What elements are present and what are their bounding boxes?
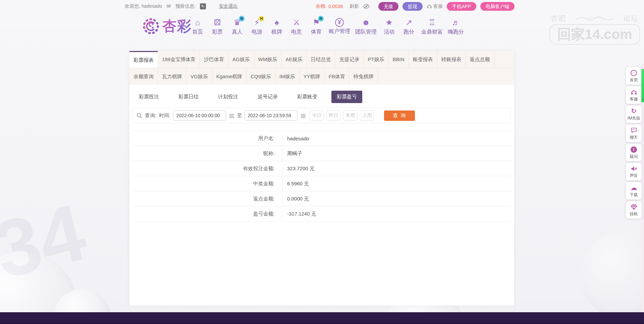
withdraw-button[interactable]: 提现 — [402, 2, 423, 11]
customer-service-icon — [631, 89, 637, 95]
esports-icon: ⚔ — [293, 17, 300, 28]
valid-bet-amount-value: 323.7200 元 — [282, 161, 511, 176]
sidebar-item-label: 疑问 — [630, 154, 638, 159]
sidebar-item-home[interactable]: ↑ 首页 — [626, 67, 642, 85]
quick-this-week-button[interactable]: 本周 — [343, 110, 357, 121]
tab-vg[interactable]: VG娱乐 — [186, 68, 212, 85]
tab-account-change-report[interactable]: 账变报表 — [409, 51, 437, 68]
sidebar-item-sound[interactable]: 声音 — [626, 163, 642, 180]
sidebar-item-label: 首页 — [630, 77, 638, 83]
valid-bet-amount-label: 有效投注金额: — [133, 161, 282, 176]
tab-deposit-withdraw-records[interactable]: 充提记录 — [335, 51, 364, 68]
logout-link[interactable]: 安全退出 — [219, 3, 238, 9]
nav-item-account[interactable]: ¥ 账户管理 — [329, 17, 350, 36]
brand-logo-text: 杏彩 — [162, 17, 192, 36]
tab-daily-overview[interactable]: 日结总览 — [307, 51, 335, 68]
nav-item-hi-paofen[interactable]: ♬ 嗨跑分 — [448, 17, 464, 36]
download-icon: ☁ — [631, 184, 637, 191]
username-value: hadesado — [282, 131, 511, 146]
calendar-icon[interactable]: ▦ — [300, 112, 306, 119]
welcome-text: 欢迎您, hadesado — [125, 3, 162, 9]
table-row: 用户名: hadesado — [133, 131, 511, 146]
hide-balance-eye-icon[interactable] — [363, 4, 370, 9]
nav-item-team[interactable]: ☻ 团队管理 — [355, 17, 377, 36]
tab-balance-query[interactable]: 余额查询 — [129, 68, 158, 85]
tab-tetu-cards[interactable]: 特兔棋牌 — [350, 68, 378, 85]
subtab-chase-records[interactable]: 追号记录 — [252, 91, 283, 103]
quick-yesterday-button[interactable]: 昨日 — [326, 110, 340, 121]
query-submit-button[interactable]: 查 询 — [384, 110, 415, 121]
nickname-value: 黑蝎子 — [282, 146, 511, 161]
decor-ball — [580, 232, 644, 319]
tab-ag[interactable]: AG娱乐 — [228, 51, 254, 68]
tab-yy-cards[interactable]: YY棋牌 — [300, 68, 325, 85]
quick-today-button[interactable]: 今日 — [310, 110, 324, 121]
scrollbar-thumb[interactable] — [641, 69, 644, 102]
sound-muted-icon — [631, 165, 637, 172]
nav-label: 首页 — [192, 29, 203, 36]
brand[interactable]: 杏彩 — [142, 17, 192, 36]
nav-item-esports[interactable]: ⚔ 电竞 — [289, 17, 304, 36]
sidebar-item-question[interactable]: ! 疑问 — [626, 144, 642, 161]
nav-item-lottery[interactable]: ⚄ 彩票 — [210, 17, 225, 36]
subtab-lottery-profit-loss[interactable]: 彩票盈亏 — [331, 91, 362, 103]
sidebar-item-im-recharge[interactable]: ↻ IM充值 — [626, 105, 642, 123]
tab-transfer-report[interactable]: 转账报表 — [437, 51, 466, 68]
nav-item-sports[interactable]: N ⚑ 体育 — [309, 17, 324, 36]
subtab-plan-bets[interactable]: 计划投注 — [213, 91, 244, 103]
tab-kgame[interactable]: Kgame棋牌 — [212, 68, 247, 85]
tab-188-sports[interactable]: 188金宝博体育 — [158, 51, 200, 68]
subtab-lottery-account-change[interactable]: 彩票账变 — [292, 91, 323, 103]
watermark-left-text: 杏吧 — [551, 14, 566, 23]
watermark-right-text: 论坛 — [623, 14, 639, 23]
mobile-app-button[interactable]: 手机APP — [447, 2, 476, 11]
tab-pt[interactable]: PT娱乐 — [364, 51, 388, 68]
pc-client-button[interactable]: 电脑客户端 — [480, 2, 515, 11]
floating-sidebar: ↑ 首页 客服 ↻ IM充值 聊天 ! 疑问 声音 ☁ 下载 挂机 — [626, 67, 642, 219]
nav-item-paofen[interactable]: ↗ 跑分 — [401, 17, 416, 36]
tab-wali-cards[interactable]: 瓦力棋牌 — [158, 68, 186, 85]
customer-service-link[interactable]: 客服 — [427, 3, 443, 9]
edit-reserved-info-icon[interactable]: ✎ — [200, 3, 206, 9]
sidebar-item-download[interactable]: ☁ 下载 — [626, 182, 642, 199]
date-from-input[interactable] — [173, 110, 226, 121]
tab-cq9[interactable]: CQ9娱乐 — [247, 68, 275, 85]
tab-fb-sports[interactable]: FB体育 — [325, 68, 350, 85]
sidebar-item-service[interactable]: 客服 — [626, 86, 642, 104]
table-row: 昵称: 黑蝎子 — [133, 146, 511, 161]
cards-icon: ♠ — [275, 17, 279, 28]
sidebar-item-idle[interactable]: 挂机 — [626, 201, 642, 219]
table-row: 返点金额: 0.0000 元 — [133, 191, 511, 206]
message-envelope-icon[interactable]: ✉ — [166, 3, 171, 9]
nav-item-egames[interactable]: H ⚡ 电游 — [250, 17, 264, 36]
nav-item-cards[interactable]: ♠ 棋牌 — [269, 17, 284, 36]
subtab-lottery-bets[interactable]: 彩票投注 — [133, 91, 164, 103]
calendar-icon[interactable]: ▦ — [229, 112, 234, 119]
tab-lottery-report[interactable]: 彩票报表 — [129, 51, 158, 68]
new-badge: N — [318, 16, 324, 21]
recharge-button[interactable]: 充值 — [378, 2, 398, 11]
tab-wm[interactable]: WM娱乐 — [254, 51, 282, 68]
customer-service-label: 客服 — [433, 3, 443, 9]
nickname-label: 昵称: — [133, 146, 282, 161]
nav-label: 彩票 — [212, 29, 223, 36]
tab-bbin[interactable]: BBIN — [389, 51, 409, 68]
nav-item-wealth[interactable]: ♖ 金鼎财富 — [421, 17, 443, 36]
date-to-input[interactable] — [245, 110, 298, 121]
nav-item-activity[interactable]: ★ 活动 — [382, 17, 396, 36]
quick-last-week-button[interactable]: 上周 — [360, 110, 374, 121]
subtabs: 彩票投注 彩票日结 计划投注 追号记录 彩票账变 彩票盈亏 — [133, 91, 511, 103]
rebate-amount-label: 返点金额: — [133, 191, 282, 206]
nav-label: 嗨跑分 — [448, 29, 464, 36]
account-icon: ¥ — [335, 18, 344, 27]
subtab-lottery-daily[interactable]: 彩票日结 — [173, 91, 204, 103]
nav-item-home[interactable]: ⌂ 首页 — [190, 17, 205, 36]
nav-label: 跑分 — [404, 29, 414, 36]
refresh-balance-button[interactable]: 刷新 — [350, 3, 359, 9]
nav-item-live-casino[interactable]: N ♛ 真人 — [230, 17, 245, 36]
sidebar-item-chat[interactable]: 聊天 — [626, 125, 642, 142]
tab-rebate-total[interactable]: 返点总额 — [466, 51, 494, 68]
tab-im[interactable]: IM娱乐 — [275, 68, 300, 85]
tab-saba-sports[interactable]: 沙巴体育 — [200, 51, 228, 68]
tab-ae[interactable]: AE娱乐 — [281, 51, 307, 68]
